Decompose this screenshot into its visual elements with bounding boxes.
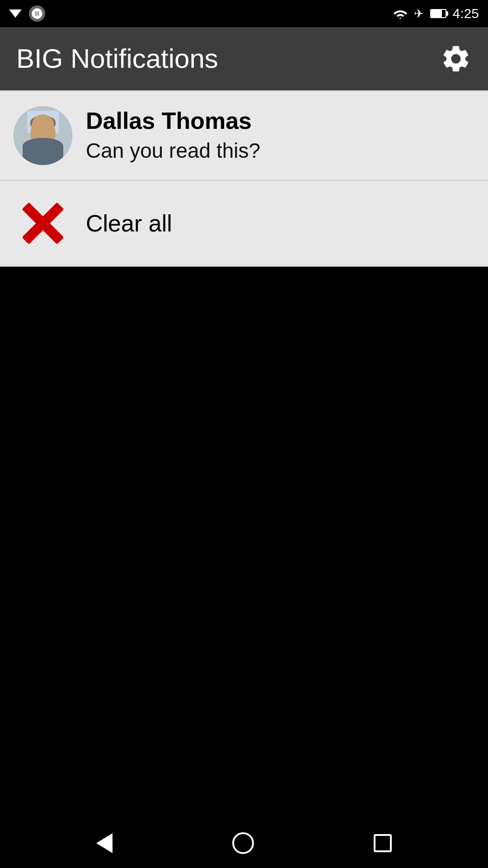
battery-icon [430,9,446,18]
svg-rect-6 [30,120,56,127]
svg-point-2 [24,142,62,165]
clear-all-label: Clear all [86,210,172,237]
notification-content: Dallas Thomas Can you read this? [86,108,474,163]
back-icon [96,833,113,853]
notification-sender-name: Dallas Thomas [86,108,474,134]
svg-rect-0 [14,106,72,165]
x-icon [18,198,68,248]
status-bar-right: ✈ 4:25 [393,6,479,21]
home-button[interactable] [228,828,258,859]
app-bar: BIG Notifications [0,27,488,90]
recents-icon [374,834,392,852]
back-button[interactable] [92,829,117,858]
recents-button[interactable] [369,830,396,857]
clear-all-icon-container [14,194,72,253]
notification-list: Dallas Thomas Can you read this? Clear a… [0,90,488,267]
chevron-down-icon [9,9,22,18]
hangouts-icon [29,5,45,22]
svg-point-8 [46,131,49,134]
nav-bar [0,818,488,868]
svg-point-4 [30,120,56,147]
wifi-icon [393,9,408,19]
notification-item-dallas[interactable]: Dallas Thomas Can you read this? [0,90,488,181]
svg-point-5 [30,116,56,128]
clear-all-item[interactable]: Clear all [0,181,488,267]
airplane-icon: ✈ [414,7,424,21]
avatar-image [14,106,72,165]
svg-rect-3 [39,138,47,147]
svg-point-7 [37,131,40,134]
app-title: BIG Notifications [16,43,218,74]
status-bar-left [9,5,45,22]
notification-message-text: Can you read this? [86,138,474,163]
status-time: 4:25 [453,6,479,21]
avatar [14,106,72,165]
status-bar: ✈ 4:25 [0,0,488,27]
home-icon [232,832,254,854]
settings-button[interactable] [440,43,472,75]
